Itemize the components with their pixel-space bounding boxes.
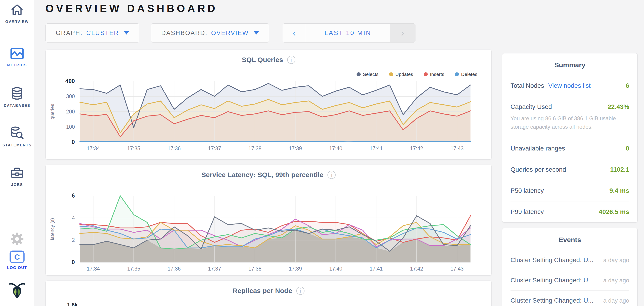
svg-text:17:41: 17:41 (370, 266, 383, 272)
legend-item[interactable]: Inserts (424, 72, 444, 77)
event-text: Cluster Setting Changed: U... (510, 277, 593, 284)
time-range-prev-button[interactable]: ‹ (283, 24, 306, 42)
legend-dot-icon (424, 72, 428, 76)
gear-icon (10, 242, 24, 246)
sidebar-item-metrics[interactable]: METRICS (0, 48, 34, 67)
info-icon[interactable]: i (328, 171, 336, 179)
chart-title: SQL Queries (242, 56, 283, 64)
event-time: a day ago (603, 277, 629, 284)
cockroach-logo[interactable] (0, 282, 34, 300)
svg-text:17:38: 17:38 (248, 266, 262, 272)
legend-item[interactable]: Updates (389, 72, 413, 77)
summary-row-value: 0 (626, 145, 629, 152)
settings-button[interactable] (0, 232, 34, 246)
svg-text:17:43: 17:43 (450, 266, 464, 272)
sidebar-item-label: METRICS (0, 63, 34, 67)
legend-item[interactable]: Selects (356, 72, 378, 77)
legend-label: Updates (396, 72, 413, 77)
sidebar-item-jobs[interactable]: JOBS (0, 167, 34, 187)
svg-text:queries: queries (50, 104, 55, 120)
event-text: Cluster Setting Changed: U... (510, 297, 593, 304)
replicas-per-node-card: Replicas per Node i 1.6k (46, 280, 492, 306)
sidebar-item-databases[interactable]: DATABASES (0, 87, 34, 108)
graph-dropdown[interactable]: GRAPH: CLUSTER (46, 24, 139, 42)
metrics-icon (10, 48, 24, 60)
events-title: Events (510, 228, 629, 250)
summary-row-label: P99 latency (510, 208, 544, 215)
cockroach-c-icon: C (10, 250, 24, 263)
legend-dot-icon (455, 72, 459, 76)
svg-text:17:41: 17:41 (370, 146, 383, 152)
summary-row-value: 6 (626, 82, 629, 89)
svg-text:17:39: 17:39 (289, 146, 302, 152)
event-row: Cluster Setting Changed: U...a day ago (510, 250, 629, 270)
y-axis-tick: 1.6k (67, 302, 78, 306)
graph-dropdown-label: GRAPH: (56, 30, 83, 36)
summary-row-value: 1102.1 (610, 166, 629, 173)
svg-text:2: 2 (72, 237, 75, 243)
summary-row-value: 9.4 ms (610, 187, 629, 194)
home-icon (10, 4, 24, 17)
summary-row: P99 latency4026.5 ms (510, 202, 629, 222)
page-title: OVERVIEW DASHBOARD (46, 2, 218, 14)
chart-legend: SelectsUpdatesInsertsDeletes (356, 72, 477, 77)
legend-item[interactable]: Deletes (455, 72, 477, 77)
service-latency-chart[interactable]: 024617:3417:3517:3617:3717:3817:3917:401… (46, 187, 492, 272)
svg-text:latency (s): latency (s) (50, 218, 55, 240)
logout-label: LOG OUT (0, 266, 34, 270)
time-range-next-button[interactable]: › (390, 24, 415, 42)
view-nodes-list-link[interactable]: View nodes list (548, 82, 590, 89)
summary-row-subtext: You are using 86.6 GiB of 386.1 GiB usab… (510, 114, 629, 138)
summary-row-value: 22.43% (608, 103, 629, 110)
service-latency-card: Service Latency: SQL, 99th percentile i … (46, 164, 492, 276)
sidebar: OVERVIEW METRICS DATABASES (0, 0, 34, 306)
summary-row-label: Unavailable ranges (510, 145, 565, 152)
dashboard-dropdown-value: OVERVIEW (211, 30, 249, 36)
svg-text:17:43: 17:43 (450, 146, 464, 152)
event-row: Cluster Setting Changed: U...a day ago (510, 270, 629, 290)
svg-text:200: 200 (66, 109, 75, 114)
svg-text:17:34: 17:34 (87, 266, 100, 272)
svg-text:0: 0 (72, 139, 75, 145)
svg-text:4: 4 (72, 215, 75, 221)
svg-text:17:42: 17:42 (410, 266, 423, 272)
legend-label: Deletes (461, 72, 477, 77)
logout-button[interactable]: C LOG OUT (0, 250, 34, 270)
sql-queries-card: SQL Queries i SelectsUpdatesInsertsDelet… (46, 50, 492, 160)
event-time: a day ago (603, 257, 629, 264)
summary-row-label: Capacity Used (510, 103, 552, 110)
databases-icon (11, 87, 23, 101)
chevron-right-icon: › (401, 28, 404, 38)
legend-dot-icon (389, 72, 393, 76)
svg-text:17:40: 17:40 (329, 266, 342, 272)
info-icon[interactable]: i (287, 56, 296, 64)
summary-row: Capacity Used22.43%You are using 86.6 Gi… (510, 96, 629, 138)
jobs-icon (10, 167, 24, 180)
dashboard-dropdown-label: DASHBOARD: (161, 30, 208, 36)
svg-text:17:34: 17:34 (87, 146, 100, 152)
summary-row: Queries per second1102.1 (510, 159, 629, 180)
right-column: Summary Total NodesView nodes list6Capac… (502, 53, 638, 306)
svg-text:400: 400 (65, 78, 75, 84)
svg-text:300: 300 (66, 94, 75, 99)
statements-icon (10, 126, 24, 140)
summary-title: Summary (510, 54, 629, 75)
sql-queries-chart[interactable]: 010020030040017:3417:3517:3617:3717:3817… (46, 66, 492, 152)
chevron-left-icon: ‹ (293, 28, 296, 38)
chart-title: Replicas per Node (233, 287, 292, 295)
svg-text:17:39: 17:39 (289, 266, 302, 272)
dashboard-dropdown[interactable]: DASHBOARD: OVERVIEW (151, 24, 269, 42)
toolbar: GRAPH: CLUSTER DASHBOARD: OVERVIEW ‹ LAS… (46, 24, 416, 42)
sidebar-item-overview[interactable]: OVERVIEW (0, 4, 34, 24)
legend-dot-icon (356, 72, 361, 76)
svg-text:17:35: 17:35 (127, 146, 140, 152)
legend-label: Inserts (430, 72, 444, 77)
cockroach-bug-icon (9, 282, 25, 299)
svg-text:17:35: 17:35 (127, 266, 140, 272)
sidebar-item-label: STATEMENTS (0, 143, 34, 147)
chevron-down-icon (254, 31, 259, 34)
info-icon[interactable]: i (296, 287, 304, 295)
time-range-value[interactable]: LAST 10 MIN (306, 24, 390, 42)
event-row: Cluster Setting Changed: U...a day ago (510, 290, 629, 306)
sidebar-item-statements[interactable]: STATEMENTS (0, 126, 34, 147)
